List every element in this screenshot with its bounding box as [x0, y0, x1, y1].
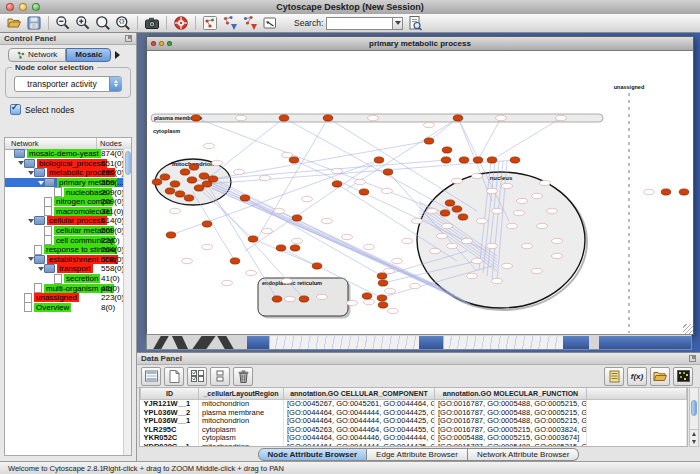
table-cell[interactable]: YKR052C — [141, 434, 199, 443]
network-node-label[interactable] — [355, 179, 366, 184]
network-node-label[interactable] — [492, 208, 503, 213]
network-node-label[interactable] — [552, 238, 563, 243]
column-header-region[interactable]: _cellularLayoutRegion — [199, 388, 284, 400]
tree-expand-arrow-icon[interactable] — [27, 254, 34, 264]
create-new-attribute-icon[interactable] — [164, 367, 184, 386]
network-node[interactable] — [202, 221, 212, 227]
tab-network-attribute-browser[interactable]: Network Attribute Browser — [468, 448, 579, 461]
network-node[interactable] — [199, 173, 209, 179]
table-row[interactable]: YLR295Ccytoplasm[GO:0045263, GO:0044464,… — [141, 426, 687, 435]
network-node[interactable] — [377, 273, 387, 279]
network-node-label[interactable] — [514, 210, 525, 215]
annotation-icon[interactable] — [262, 15, 278, 31]
zoom-selected-region-icon[interactable] — [95, 15, 111, 31]
column-header-molecular-function[interactable]: annotation.GO MOLECULAR_FUNCTION — [435, 388, 587, 400]
network-node-label[interactable] — [332, 168, 343, 173]
tree-expand-arrow-icon[interactable] — [37, 264, 44, 274]
tab-overflow-arrow-icon[interactable] — [115, 51, 124, 59]
column-header-cellular-component[interactable]: annotation.GO CELLULAR_COMPONENT — [284, 388, 435, 400]
network-node-label[interactable] — [317, 294, 328, 299]
network-node-label[interactable] — [556, 115, 567, 120]
tree-row[interactable]: primary metabo209(... — [5, 178, 124, 188]
table-cell[interactable]: [GO:0016787, GO:0005488, GO:0005215, G..… — [435, 417, 587, 426]
tree-item-label[interactable]: unassigned — [34, 293, 79, 302]
network-view-window[interactable]: primary metabolic process plasma membran… — [146, 36, 694, 335]
network-node[interactable] — [170, 181, 180, 187]
network-node-label[interactable] — [442, 223, 453, 228]
view-zoom-button[interactable] — [167, 41, 172, 46]
network-node[interactable] — [152, 179, 162, 185]
network-node[interactable] — [240, 195, 250, 201]
network-node[interactable] — [175, 191, 185, 197]
network-node-label[interactable] — [487, 188, 498, 193]
network-node[interactable] — [442, 147, 452, 153]
table-cell[interactable]: [GO:0044464, GO:0044444, GO:0044425, G..… — [284, 409, 435, 418]
tree-row[interactable]: cellular metabol209(0) — [5, 226, 124, 236]
network-edge[interactable] — [284, 118, 463, 217]
tree-scrollbar-thumb[interactable] — [125, 151, 131, 175]
network-node[interactable] — [453, 115, 463, 121]
network-node-label[interactable] — [502, 183, 513, 188]
network-node-label[interactable] — [282, 278, 293, 283]
network-node[interactable] — [272, 296, 282, 302]
tree-column-nodes[interactable]: Nodes — [97, 138, 131, 149]
table-cell[interactable]: mitochondrion — [199, 400, 284, 409]
network-node-label[interactable] — [342, 234, 353, 239]
tree-row[interactable]: cell communicat22(0) — [5, 235, 124, 245]
table-cell[interactable]: [GO:0044464, GO:0044444, GO:0044425, G..… — [284, 443, 435, 447]
network-node[interactable] — [248, 236, 258, 242]
save-icon[interactable] — [26, 15, 42, 31]
network-node-label[interactable] — [170, 208, 181, 213]
import-attributes-folder-icon[interactable] — [650, 367, 670, 386]
zoom-out-icon[interactable] — [55, 15, 71, 31]
tree-scrollbar[interactable] — [123, 149, 131, 455]
network-node[interactable] — [473, 157, 483, 163]
tree-row[interactable]: unassigned223(0) — [5, 293, 124, 303]
scroll-down-arrow-icon[interactable] — [690, 438, 698, 446]
network-node[interactable] — [362, 293, 372, 299]
network-node[interactable] — [160, 174, 170, 180]
table-cell[interactable]: [GO:0016787, GO:0005488, GO:0005215, G..… — [435, 443, 587, 447]
network-node[interactable] — [424, 138, 434, 144]
table-cell[interactable]: mitochondrion — [199, 417, 284, 426]
table-cell[interactable]: plasma membrane — [199, 409, 284, 418]
help-lifesaver-icon[interactable] — [173, 15, 189, 31]
network-node[interactable] — [332, 181, 342, 187]
float-panel-icon[interactable] — [689, 355, 696, 362]
tree-column-network[interactable]: Network — [5, 138, 97, 149]
network-node-label[interactable] — [364, 244, 375, 249]
network-node-label[interactable] — [385, 288, 396, 293]
network-edge[interactable] — [492, 118, 561, 160]
tree-item-label[interactable]: transport — [57, 264, 93, 273]
network-node[interactable] — [208, 176, 218, 182]
zoom-window-button[interactable] — [32, 3, 40, 11]
network-node-label[interactable] — [540, 180, 551, 185]
table-row[interactable]: YJR121W__1mitochondrion[GO:0045267, GO:0… — [141, 400, 687, 409]
network-node[interactable] — [279, 115, 289, 121]
tab-edge-attribute-browser[interactable]: Edge Attribute Browser — [367, 448, 468, 461]
network-node-label[interactable] — [388, 308, 399, 313]
network-node[interactable] — [679, 189, 689, 195]
tree-row[interactable]: secretion41(0) — [5, 274, 124, 284]
tree-item-label[interactable]: biological_process — [37, 159, 107, 168]
table-cell[interactable]: mitochondrion — [199, 443, 284, 447]
table-cell[interactable]: cytoplasm — [199, 434, 284, 443]
network-node-label[interactable] — [402, 238, 413, 243]
table-scrollbar-thumb[interactable] — [691, 400, 697, 416]
tree-row[interactable]: transport558(0) — [5, 264, 124, 274]
table-cell[interactable]: cytoplasm — [199, 426, 284, 435]
tree-expand-arrow-icon[interactable] — [37, 178, 44, 188]
network-node-label[interactable] — [204, 143, 215, 148]
tree-row[interactable]: establishment of lo558(0) — [5, 255, 124, 265]
network-edge[interactable] — [347, 118, 458, 189]
network-node[interactable] — [445, 200, 455, 206]
network-edge[interactable] — [253, 239, 317, 266]
table-cell[interactable]: YPL036W__1 — [141, 417, 199, 426]
network-node-label[interactable] — [537, 223, 548, 228]
tree-expand-arrow-icon[interactable] — [17, 158, 24, 168]
zoom-fit-icon[interactable] — [115, 15, 131, 31]
tree-row[interactable]: macromolecule311(0) — [5, 207, 124, 217]
tree-row[interactable]: response to stimulu264(0) — [5, 245, 124, 255]
network-node-label[interactable] — [347, 300, 358, 305]
network-node[interactable] — [189, 164, 199, 170]
